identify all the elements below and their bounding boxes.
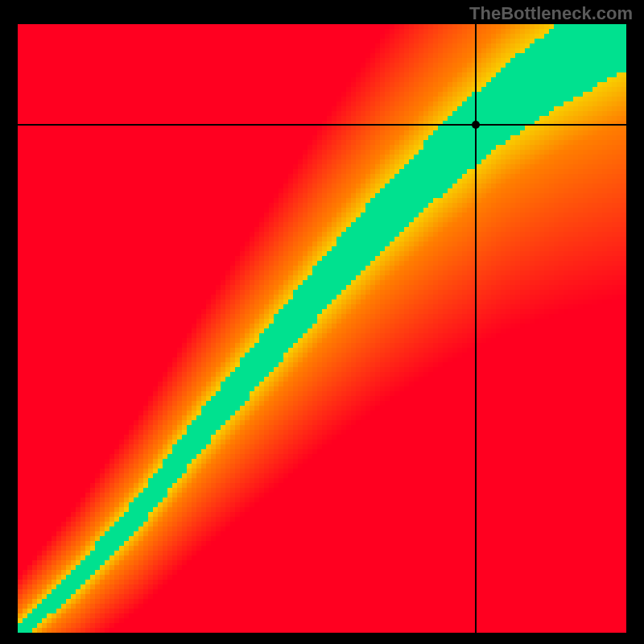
attribution-label: TheBottleneck.com [469, 3, 633, 24]
chart-root: TheBottleneck.com [0, 0, 644, 644]
heatmap-plot [18, 24, 626, 633]
heatmap-canvas [18, 24, 626, 633]
